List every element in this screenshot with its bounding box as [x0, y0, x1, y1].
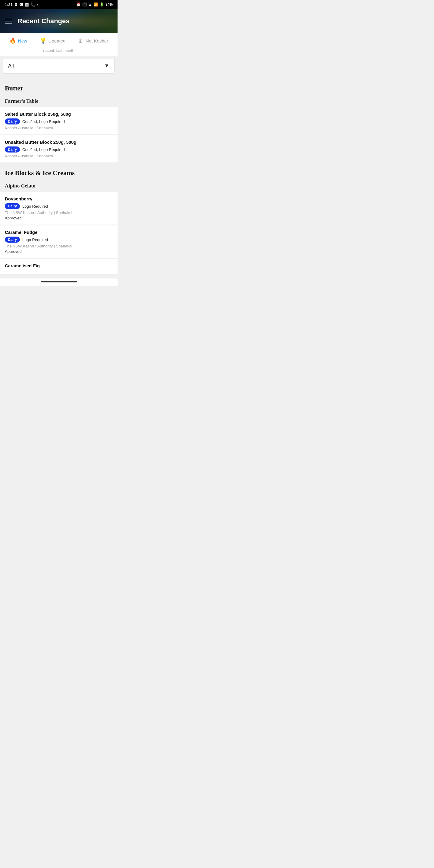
product-name: Salted Butter Block 250g, 500g [5, 112, 113, 117]
product-authority: Kosher Australia | Shehakol [5, 154, 113, 158]
subcategory-header-farmers-table: Farmer's Table [0, 95, 118, 107]
product-authority: The NSW Kashrut Authority | Shehakol [5, 244, 113, 248]
tab-updated-label: Updated [49, 38, 66, 43]
tab-new-label: New [18, 38, 27, 43]
dairy-badge: Dairy [5, 237, 20, 243]
product-caramel-fudge[interactable]: Caramel Fudge Dairy Logo Required The NS… [0, 225, 118, 258]
image-icon: 🖼 [19, 2, 23, 7]
message-icon: ▤ [25, 2, 29, 7]
status-left: 1:31 ⠿ 🖼 ▤ 📞 • [5, 2, 38, 7]
tabs-container: 🔥 New 💡 Updated 🗑 Not Kosher recent: las… [0, 33, 118, 56]
product-unsalted-butter[interactable]: Unsalted Butter Block 250g, 500g Dairy C… [0, 135, 118, 162]
music-icon: ⠿ [14, 2, 18, 7]
product-name: Caramel Fudge [5, 230, 113, 235]
category-butter: Butter Farmer's Table Salted Butter Bloc… [0, 79, 118, 162]
product-meta: Dairy Certified, Logo Required [5, 147, 113, 153]
hamburger-menu-button[interactable] [5, 19, 12, 24]
home-indicator [0, 278, 118, 286]
home-bar [41, 281, 77, 282]
tab-not-kosher-label: Not Kosher [86, 38, 108, 43]
trash-icon: 🗑 [78, 38, 84, 44]
product-cert: Certified, Logo Required [22, 119, 65, 124]
product-salted-butter[interactable]: Salted Butter Block 250g, 500g Dairy Cer… [0, 107, 118, 135]
product-name: Unsalted Butter Block 250g, 500g [5, 140, 113, 145]
product-status: Approved [5, 249, 113, 254]
product-status: Approved [5, 216, 113, 220]
battery-percent: 84% [105, 2, 113, 7]
dairy-badge: Dairy [5, 203, 20, 209]
tabs-row: 🔥 New 💡 Updated 🗑 Not Kosher [0, 37, 118, 48]
alarm-icon: ⏰ [76, 2, 81, 7]
status-bar: 1:31 ⠿ 🖼 ▤ 📞 • ⏰ 📳 ▲ 📶 🔋 84% [0, 0, 118, 9]
product-meta: Dairy Logo Required [5, 237, 113, 243]
dairy-badge: Dairy [5, 147, 20, 153]
vibrate-icon: 📳 [82, 2, 87, 7]
product-name: Caramelised Fig [5, 263, 113, 268]
content-area: Butter Farmer's Table Salted Butter Bloc… [0, 76, 118, 278]
product-cert: Certified, Logo Required [22, 147, 65, 152]
battery-icon: 🔋 [99, 2, 104, 7]
status-right: ⏰ 📳 ▲ 📶 🔋 84% [76, 2, 113, 7]
recent-label: recent: last month [0, 48, 118, 56]
page-title: Recent Changes [18, 17, 69, 25]
bulb-icon: 💡 [40, 37, 46, 44]
signal-icon: 📶 [93, 2, 98, 7]
flame-icon: 🔥 [9, 37, 16, 44]
category-ice-blocks: Ice Blocks & Ice Creams Alpino Gelato Bo… [0, 164, 118, 274]
product-meta: Dairy Logo Required [5, 203, 113, 209]
product-name: Boysenberry [5, 196, 113, 201]
tab-updated[interactable]: 💡 Updated [40, 37, 66, 44]
tab-new[interactable]: 🔥 New [9, 37, 27, 44]
chevron-down-icon: ▼ [104, 63, 110, 69]
category-header-ice-blocks: Ice Blocks & Ice Creams [0, 164, 118, 180]
product-authority: The NSW Kashrut Authority | Shehakol [5, 210, 113, 215]
filter-dropdown[interactable]: All ▼ [3, 58, 115, 73]
status-time: 1:31 [5, 2, 13, 7]
category-header-butter: Butter [0, 79, 118, 95]
wifi-icon: ▲ [88, 2, 92, 7]
header: Recent Changes [0, 9, 118, 33]
product-meta: Dairy Certified, Logo Required [5, 119, 113, 124]
phone-icon: 📞 [30, 2, 35, 7]
product-authority: Kosher Australia | Shehakol [5, 126, 113, 130]
product-cert: Logo Required [22, 238, 48, 242]
tab-not-kosher[interactable]: 🗑 Not Kosher [78, 38, 108, 44]
product-boysenberry[interactable]: Boysenberry Dairy Logo Required The NSW … [0, 192, 118, 225]
filter-value: All [8, 63, 14, 69]
subcategory-header-alpino: Alpino Gelato [0, 180, 118, 191]
dot-icon: • [37, 2, 38, 7]
product-cert: Logo Required [22, 204, 48, 209]
dairy-badge: Dairy [5, 119, 20, 124]
product-caramelised-fig[interactable]: Caramelised Fig [0, 259, 118, 274]
